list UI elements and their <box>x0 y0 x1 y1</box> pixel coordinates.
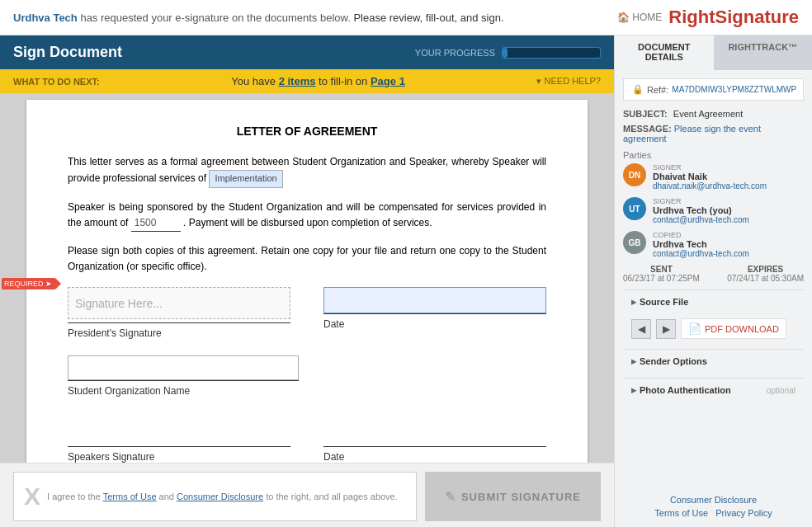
privacy-policy-link[interactable]: Privacy Policy <box>715 508 772 518</box>
lock-icon: 🔒 <box>632 84 644 95</box>
party-email-1: dhaivat.naik@urdhva-tech.com <box>653 181 804 191</box>
party-info-1: SIGNER Dhaivat Naik dhaivat.naik@urdhva-… <box>653 163 804 191</box>
sender-options-arrow: ▶ <box>631 358 636 365</box>
sender-options-header[interactable]: ▶ Sender Options <box>623 350 804 373</box>
sent-date: SENT 06/23/17 at 07:25PM <box>623 265 700 283</box>
dates-row: SENT 06/23/17 at 07:25PM EXPIRES 07/24/1… <box>623 265 804 283</box>
date-col-1: Date <box>323 287 546 339</box>
photo-auth-section: ▶ Photo Authentication optional <box>623 378 804 402</box>
speaker-sig-line <box>68 446 290 447</box>
message-prefix: has requested your e-signature on the do… <box>80 12 353 24</box>
document-area[interactable]: REQUIRED ➤ LETTER OF AGREEMENT This lett… <box>0 93 614 463</box>
source-file-section: ▶ Source File ◀ ▶ 📄 PDF DOWNLOAD <box>623 289 804 344</box>
party-row-1: DN SIGNER Dhaivat Naik dhaivat.naik@urdh… <box>623 163 804 191</box>
party-row-2: UT SIGNER Urdhva Tech (you) contact@urdh… <box>623 197 804 224</box>
amount-field[interactable]: 1500 <box>131 215 181 232</box>
message-label: MESSAGE: <box>623 124 672 134</box>
president-signature-field[interactable]: Signature Here... <box>68 287 290 319</box>
text-prefix: You have <box>231 75 278 87</box>
left-panel: Sign Document YOUR PROGRESS WHAT TO DO N… <box>0 35 614 527</box>
signature-row-1: Signature Here... President's Signature … <box>68 287 546 339</box>
party-info-3: COPIED Urdhva Tech contact@urdhva-tech.c… <box>653 231 804 258</box>
pdf-icon: 📄 <box>688 322 701 335</box>
avatar-2: UT <box>623 197 646 220</box>
subject-value: Event Agreement <box>673 109 743 119</box>
photo-auth-header[interactable]: ▶ Photo Authentication optional <box>623 379 804 402</box>
student-org-label: Student Organization Name <box>68 385 190 397</box>
need-help-button[interactable]: ▾ NEED HELP? <box>536 76 601 87</box>
president-sig-wrapper: Signature Here... <box>68 287 290 319</box>
document-title: LETTER OF AGREEMENT <box>68 125 546 138</box>
paragraph-1: This letter serves as a formal agreement… <box>68 154 546 188</box>
party-email-3: contact@urdhva-tech.com <box>653 249 804 258</box>
top-right: 🏠 HOME RightSignature <box>617 7 799 28</box>
top-message: Urdhva Tech has requested your e-signatu… <box>13 12 504 24</box>
student-org-wrapper: Student Organization Name <box>68 355 299 397</box>
date-label-1: Date <box>323 318 344 330</box>
next-bar: WHAT TO DO NEXT: You have 2 items to fil… <box>0 69 614 93</box>
date-field-1[interactable] <box>323 287 546 313</box>
expires-date: EXPIRES 07/24/17 at 05:30AM <box>727 265 804 283</box>
avatar-3: GB <box>623 231 646 254</box>
tab-righttrack[interactable]: RIGHTTRACK™ <box>714 35 813 70</box>
tab-document-details[interactable]: DOCUMENT DETAILS <box>615 35 714 70</box>
next-bar-text: You have 2 items to fill-in on Page 1 <box>231 75 405 87</box>
agree-x-symbol: X <box>24 484 40 509</box>
document-page: LETTER OF AGREEMENT This letter serves a… <box>26 100 588 463</box>
president-sig-col: Signature Here... President's Signature <box>68 287 290 339</box>
photo-auth-arrow: ▶ <box>631 387 636 394</box>
app-logo: RightSignature <box>668 7 799 28</box>
pdf-download-button[interactable]: 📄 PDF DOWNLOAD <box>681 318 786 339</box>
sig-line-1 <box>68 322 290 323</box>
required-indicator: REQUIRED ➤ <box>2 278 56 289</box>
terms-of-use-link[interactable]: Terms of Use <box>654 508 708 518</box>
speaker-sig-label: Speakers Signature <box>68 451 154 463</box>
consumer-link[interactable]: Consumer Disclosure <box>177 492 263 501</box>
right-tabs: DOCUMENT DETAILS RIGHTTRACK™ <box>615 35 812 70</box>
sign-document-title: Sign Document <box>13 44 122 61</box>
source-file-header[interactable]: ▶ Source File <box>623 290 804 313</box>
progress-bar-inner <box>503 48 508 58</box>
nav-next-button[interactable]: ▶ <box>656 319 676 339</box>
agree-text: I agree to the Terms of Use and Consumer… <box>47 492 398 501</box>
source-file-arrow: ▶ <box>631 299 636 306</box>
party-name-3: Urdhva Tech <box>653 239 804 249</box>
consumer-disclosure-link[interactable]: Consumer Disclosure <box>670 495 757 505</box>
main-layout: Sign Document YOUR PROGRESS WHAT TO DO N… <box>0 35 812 527</box>
submit-bar: X I agree to the Terms of Use and Consum… <box>0 463 614 527</box>
implementation-field[interactable]: Implementation <box>209 170 282 188</box>
progress-bar-outer <box>502 47 601 59</box>
party-email-2: contact@urdhva-tech.com <box>653 215 804 224</box>
party-info-2: SIGNER Urdhva Tech (you) contact@urdhva-… <box>653 197 804 224</box>
student-org-field[interactable] <box>68 355 299 380</box>
date-label-2: Date <box>323 451 344 463</box>
items-count-link[interactable]: 2 items <box>279 75 316 87</box>
speaker-sig-col: Speakers Signature <box>68 413 290 463</box>
paragraph-3: Please sign both copies of this agreemen… <box>68 243 546 275</box>
document-details-panel: 🔒 Ref#: MA7DDMIW3LYPM8ZZTWLMWP SUBJECT: … <box>615 70 812 410</box>
submit-signature-button[interactable]: ✎ SUBMIT SIGNATURE <box>425 472 601 521</box>
nav-prev-button[interactable]: ◀ <box>631 319 651 339</box>
text-middle: to fill-in on <box>319 75 371 87</box>
paragraph-2: Speaker is being sponsored by the Studen… <box>68 200 546 232</box>
ref-value: MA7DDMIW3LYPM8ZZTWLMWP <box>672 85 796 94</box>
top-bar: Urdhva Tech has requested your e-signatu… <box>0 0 812 35</box>
party-role-2: SIGNER <box>653 197 804 205</box>
page-link[interactable]: Page 1 <box>371 75 405 87</box>
progress-area: YOUR PROGRESS <box>415 47 601 59</box>
date-line-2 <box>323 446 546 447</box>
consumer-disclosure-row: Consumer Disclosure <box>623 495 804 505</box>
photo-optional-label: optional <box>767 386 795 395</box>
date-line-1 <box>323 313 546 314</box>
home-link[interactable]: 🏠 HOME <box>617 12 662 23</box>
sender-options-section: ▶ Sender Options <box>623 349 804 373</box>
company-name: Urdhva Tech <box>13 12 78 24</box>
party-name-2: Urdhva Tech (you) <box>653 205 804 215</box>
ref-label: Ref#: <box>647 85 668 95</box>
parties-label: Parties <box>623 150 804 160</box>
agree-box: X I agree to the Terms of Use and Consum… <box>13 472 417 521</box>
subject-row: SUBJECT: Event Agreement <box>623 109 804 119</box>
terms-link[interactable]: Terms of Use <box>103 492 157 501</box>
nav-pdf-row: ◀ ▶ 📄 PDF DOWNLOAD <box>623 313 804 344</box>
student-org-line <box>68 380 299 381</box>
